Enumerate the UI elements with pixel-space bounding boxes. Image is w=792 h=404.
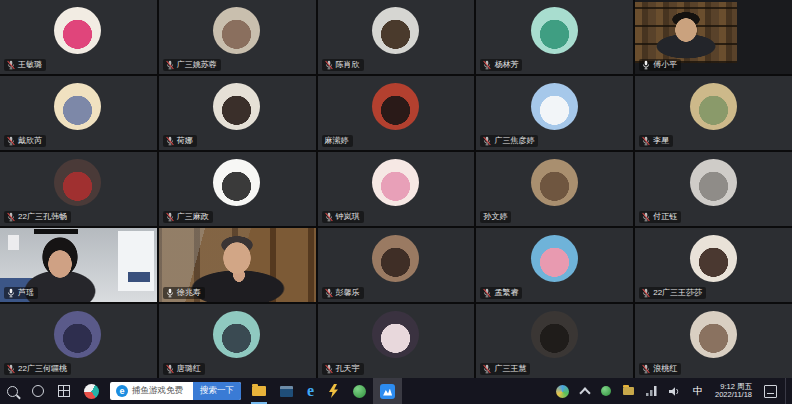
participant-tile[interactable]: 芦瑶: [0, 228, 157, 302]
search-go-button[interactable]: 搜索一下: [193, 382, 241, 400]
volume-button[interactable]: [665, 378, 685, 404]
edge-icon: e: [307, 383, 314, 399]
participant-name: 22广三孔韩畅: [18, 212, 67, 222]
participant-tile[interactable]: 孟繁睿: [476, 228, 633, 302]
meeting-app-button[interactable]: [373, 378, 402, 404]
participant-tile[interactable]: 傅小平: [635, 0, 792, 74]
pinwheel-app-button[interactable]: [77, 378, 106, 404]
participant-avatar: [531, 235, 578, 282]
cortana-icon: [32, 385, 44, 397]
participant-name-tag: 22广三何疆桃: [4, 363, 71, 375]
participant-avatar: [690, 83, 737, 130]
participant-tile[interactable]: 彭馨乐: [318, 228, 475, 302]
pinwheel-app-icon: [84, 384, 99, 399]
participant-avatar: [531, 7, 578, 54]
tray-globe-button[interactable]: [552, 378, 573, 404]
participant-avatar: [372, 7, 419, 54]
participant-tile[interactable]: 徐兆寿: [159, 228, 316, 302]
participant-name: 浪桃红: [653, 364, 677, 374]
mic-muted-icon: [483, 60, 491, 70]
participant-name: 陈肖欣: [336, 60, 360, 70]
mic-muted-icon: [325, 364, 333, 374]
lightning-app-button[interactable]: [321, 378, 346, 404]
participant-tile[interactable]: 荷娜: [159, 76, 316, 150]
participant-avatar: [531, 159, 578, 206]
participant-name-tag: 广三王慧: [480, 363, 530, 375]
participant-tile[interactable]: 广三姚苏蓉: [159, 0, 316, 74]
participant-name: 李星: [653, 136, 669, 146]
participant-name: 广三麻政: [177, 212, 209, 222]
participant-avatar: [54, 7, 101, 54]
hidden-icons-button[interactable]: [577, 378, 593, 404]
action-center-button[interactable]: [760, 378, 781, 404]
windows-taskbar: e 捕鱼游戏免费 搜索一下 e 中: [0, 378, 792, 404]
participant-name: 傅小平: [653, 60, 677, 70]
participant-avatar: [54, 311, 101, 358]
mail-app-button[interactable]: [273, 378, 300, 404]
participant-name: 22广三王莎莎: [653, 288, 702, 298]
mic-muted-icon: [166, 364, 174, 374]
mic-muted-icon: [483, 288, 491, 298]
tray-green-button[interactable]: [597, 378, 615, 404]
participant-tile[interactable]: 唐璐红: [159, 304, 316, 378]
web-search-box[interactable]: e 捕鱼游戏免费 搜索一下: [110, 382, 241, 400]
participant-tile[interactable]: 付正钰: [635, 152, 792, 226]
browser-e-icon: e: [116, 385, 128, 397]
participant-tile[interactable]: 22广三孔韩畅: [0, 152, 157, 226]
participant-tile[interactable]: 王敏璐: [0, 0, 157, 74]
system-tray: 中 9:12 周五 2022/11/18: [552, 378, 792, 404]
participant-tile[interactable]: 广三麻政: [159, 152, 316, 226]
network-button[interactable]: [642, 378, 661, 404]
participant-avatar: [372, 83, 419, 130]
meeting-app-icon: [380, 384, 395, 399]
participant-tile[interactable]: 麻潆婷: [318, 76, 475, 150]
participant-avatar: [213, 311, 260, 358]
taskbar-search-button[interactable]: [0, 378, 25, 404]
participant-tile[interactable]: 孔天宇: [318, 304, 475, 378]
participant-tile[interactable]: 杨林芳: [476, 0, 633, 74]
cortana-button[interactable]: [25, 378, 51, 404]
task-view-button[interactable]: [51, 378, 77, 404]
mic-icon: [166, 288, 174, 298]
participant-name-tag: 芦瑶: [4, 287, 38, 299]
participant-name-tag: 广三焦彦婷: [480, 135, 538, 147]
taskbar-clock[interactable]: 9:12 周五 2022/11/18: [711, 378, 756, 404]
participant-tile[interactable]: 钟岚琪: [318, 152, 475, 226]
show-desktop-button[interactable]: [785, 378, 790, 404]
participant-tile[interactable]: 浪桃红: [635, 304, 792, 378]
participant-tile[interactable]: 广三焦彦婷: [476, 76, 633, 150]
participant-name-tag: 浪桃红: [639, 363, 681, 375]
participant-tile[interactable]: 广三王慧: [476, 304, 633, 378]
participant-name-tag: 孙文婷: [480, 211, 511, 223]
participant-tile[interactable]: 孙文婷: [476, 152, 633, 226]
mic-muted-icon: [166, 60, 174, 70]
participant-tile[interactable]: 22广三王莎莎: [635, 228, 792, 302]
mic-muted-icon: [483, 136, 491, 146]
search-icon: [7, 386, 18, 397]
task-view-icon: [58, 385, 70, 397]
participant-name: 广三王慧: [494, 364, 526, 374]
mail-app-icon: [280, 386, 293, 397]
mic-muted-icon: [642, 288, 650, 298]
participant-tile[interactable]: 戴欣芮: [0, 76, 157, 150]
participant-name-tag: 钟岚琪: [322, 211, 364, 223]
participant-name-tag: 傅小平: [639, 59, 681, 71]
search-query-text[interactable]: 捕鱼游戏免费: [132, 385, 193, 397]
mic-icon: [642, 60, 650, 70]
participant-tile[interactable]: 陈肖欣: [318, 0, 475, 74]
tray-folder-button[interactable]: [619, 378, 638, 404]
participant-name: 22广三何疆桃: [18, 364, 67, 374]
edge-browser-button[interactable]: e: [300, 378, 321, 404]
file-explorer-button[interactable]: [245, 378, 273, 404]
participant-name-tag: 李星: [639, 135, 673, 147]
mic-muted-icon: [7, 60, 15, 70]
mic-icon: [7, 288, 15, 298]
participant-name-tag: 22广三王莎莎: [639, 287, 706, 299]
participant-tile[interactable]: 22广三何疆桃: [0, 304, 157, 378]
ime-indicator[interactable]: 中: [689, 378, 707, 404]
mic-muted-icon: [325, 212, 333, 222]
participant-name-tag: 戴欣芮: [4, 135, 46, 147]
participant-tile[interactable]: 李星: [635, 76, 792, 150]
participant-avatar: [54, 159, 101, 206]
green-app-button[interactable]: [346, 378, 373, 404]
